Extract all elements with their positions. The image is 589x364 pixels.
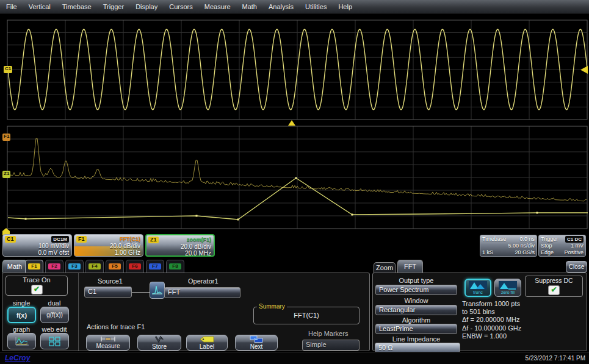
c1-descriptor-box[interactable]: C1 DC1M 100 mV/div 0.0 mV ofst: [2, 234, 72, 257]
menu-timebase[interactable]: Timebase: [62, 3, 92, 10]
menu-file[interactable]: File: [6, 3, 17, 10]
waveform-display[interactable]: [0, 13, 589, 257]
tab-f1[interactable]: F1: [25, 260, 43, 273]
f1-badge: F1: [76, 236, 87, 243]
menu-bar: File Vertical Timebase Trigger Display C…: [0, 0, 589, 14]
c1-trace-label[interactable]: C1: [4, 66, 12, 73]
close-button-label: Close: [569, 263, 585, 270]
source1-label: Source1: [98, 277, 123, 285]
timebase-scale: 5.00 ns/div: [508, 243, 535, 249]
zero-fill-icon: [499, 281, 517, 290]
next-button[interactable]: Next: [235, 335, 278, 351]
trigger-mode: Stop: [541, 243, 552, 249]
f1-tab-badge: F1: [28, 263, 40, 269]
menu-cursors[interactable]: Cursors: [169, 3, 193, 10]
z1-descriptor-box[interactable]: Z1 zoom(F1) 20.0 dB/div 20.0 MHz: [145, 234, 215, 257]
zero-fill-button[interactable]: zero fill: [494, 279, 521, 297]
menu-utilities[interactable]: Utilities: [305, 3, 327, 10]
tab-fft[interactable]: FFT: [397, 260, 423, 273]
trace-on-label: Trace On: [6, 276, 67, 284]
store-button[interactable]: Store: [137, 335, 181, 351]
trace-on-checkbox[interactable]: [31, 285, 43, 294]
web-edit-label: web edit: [37, 326, 72, 333]
web-edit-button[interactable]: [40, 333, 69, 349]
single-fx-button[interactable]: f(x): [7, 307, 36, 323]
trunc-button[interactable]: trunc: [464, 279, 491, 297]
window-field[interactable]: Rectangular: [375, 305, 457, 315]
oscilloscope-app: File Vertical Timebase Trigger Display C…: [0, 0, 589, 364]
trigger-source-badge: C1 DC: [565, 236, 584, 243]
algorithm-value: LeastPrime: [379, 325, 413, 332]
c1-coupling-badge: DC1M: [51, 236, 69, 243]
fft-operator-icon-button[interactable]: [150, 282, 165, 299]
dual-gfx-button[interactable]: g(f(x)): [40, 307, 69, 323]
menu-analysis[interactable]: Analysis: [269, 3, 294, 10]
measure-button[interactable]: Measure: [86, 335, 130, 351]
c1-scale: 100 mV/div: [5, 243, 69, 249]
label-tag-icon: [199, 336, 215, 343]
tab-f6[interactable]: F6: [126, 260, 144, 273]
f1-scale: 20.0 dB/div: [76, 243, 140, 249]
graph-button[interactable]: [7, 333, 36, 349]
help-markers-combo[interactable]: Simple: [302, 340, 360, 351]
single-label: single: [7, 299, 35, 307]
f5-tab-badge: F5: [109, 263, 120, 269]
window-value: Rectangular: [379, 306, 415, 313]
zero-fill-button-label: zero fill: [501, 290, 515, 294]
menu-measure[interactable]: Measure: [204, 3, 231, 10]
f1-descriptor-box[interactable]: F1 FFT(C1) 20.0 dB/div 1.00 GHz: [74, 234, 143, 257]
trace-on-group: Trace On: [5, 276, 68, 296]
timebase-descriptor-box[interactable]: Timebase0.0 ns 5.00 ns/div 1 kS20 GS/s: [480, 235, 537, 257]
web-edit-icon: [48, 336, 62, 347]
tab-f8[interactable]: F8: [166, 260, 184, 273]
operator1-value: FFT: [168, 288, 180, 296]
suppress-dc-label: Suppress DC: [526, 276, 582, 285]
suppress-dc-checkbox[interactable]: [548, 285, 560, 295]
tab-f7[interactable]: F7: [146, 260, 164, 273]
z1-function-title: zoom(F1): [187, 237, 211, 243]
timebase-rate: 20 GS/s: [515, 249, 535, 256]
tab-math[interactable]: Math: [2, 260, 27, 273]
f1-span: 1.00 GHz: [76, 249, 140, 256]
tab-zoom[interactable]: Zoom: [374, 262, 396, 273]
output-type-field[interactable]: Power Spectrum: [375, 285, 457, 295]
source-operator-connector: [132, 292, 150, 293]
tab-f4[interactable]: F4: [85, 260, 104, 273]
tab-f5[interactable]: F5: [106, 260, 124, 273]
info-bins: to 501 bins: [462, 308, 563, 316]
gfx-button-label: g(f(x)): [46, 312, 63, 318]
label-button[interactable]: Label: [186, 335, 228, 351]
source1-value: C1: [88, 288, 96, 295]
source1-field[interactable]: C1: [84, 287, 132, 298]
f1-function-title: FFT(C1): [120, 236, 140, 242]
measure-button-label: Measure: [96, 343, 120, 349]
close-button[interactable]: Close: [566, 261, 587, 273]
trigger-descriptor-box[interactable]: TriggerC1 DC Stop1 mV EdgePositive: [538, 235, 586, 257]
label-button-label: Label: [200, 343, 214, 350]
algorithm-label: Algorithm: [375, 316, 457, 324]
z1-trace-label[interactable]: Z1: [2, 171, 10, 178]
line-impedance-label: Line Impedance: [375, 335, 457, 343]
operator1-label: Operator1: [188, 277, 219, 285]
line-impedance-field[interactable]: 50 Ω: [375, 343, 460, 352]
f1-trace-label[interactable]: F1: [2, 134, 10, 141]
fft-info-text: Transform 1000 pts to 501 bins Δf = 20.0…: [462, 300, 563, 340]
info-transform: Transform 1000 pts: [462, 300, 563, 308]
measure-caliper-icon: [100, 336, 116, 342]
algorithm-field[interactable]: LeastPrime: [375, 324, 457, 334]
menu-display[interactable]: Display: [136, 3, 157, 10]
menu-vertical[interactable]: Vertical: [29, 3, 51, 10]
menu-help[interactable]: Help: [338, 3, 352, 10]
next-windows-icon: [250, 335, 263, 343]
operator1-field[interactable]: FFT: [164, 287, 240, 298]
menu-math[interactable]: Math: [242, 3, 257, 10]
tab-f2[interactable]: F2: [45, 260, 63, 273]
trigger-slope: Positive: [564, 249, 584, 256]
help-markers-label: Help Markers: [308, 330, 348, 337]
f7-tab-badge: F7: [149, 263, 161, 269]
summary-value: FFT(C1): [254, 307, 359, 324]
tab-f3[interactable]: F3: [65, 260, 84, 273]
store-icon: [154, 336, 165, 343]
menu-trigger[interactable]: Trigger: [103, 3, 124, 10]
actions-label: Actions for trace F1: [87, 323, 145, 330]
